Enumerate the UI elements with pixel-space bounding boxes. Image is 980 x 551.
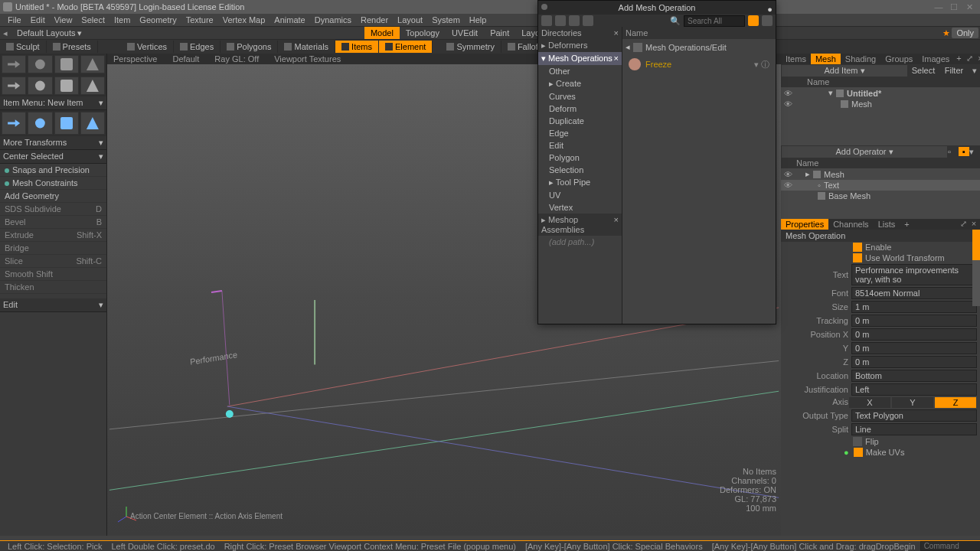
float-panel-titlebar[interactable]: Add Mesh Operation ● [538,1,776,15]
layout-tab-model[interactable]: Model [364,27,400,39]
tab-channels[interactable]: Channels [828,219,873,230]
cat-curves[interactable]: Curves [538,90,622,103]
axis-y[interactable]: Y [892,397,933,408]
vp-raygl[interactable]: Ray GL: Off [214,54,259,64]
axis-x[interactable]: X [849,397,890,408]
polygons-button[interactable]: Polygons [220,41,278,53]
props-vtab-active[interactable] [972,230,980,260]
vertices-button[interactable]: Vertices [121,41,174,53]
float-close-button[interactable]: ● [767,2,773,16]
cat-vertex[interactable]: Vertex [538,201,622,214]
directories-header[interactable]: Directories× [538,27,622,39]
close-button[interactable]: ✕ [962,2,977,12]
flip-checkbox[interactable] [853,437,862,446]
cat-edge[interactable]: Edge [538,127,622,139]
cat-toolpipe[interactable]: ▸ Tool Pipe [538,176,622,189]
search-opts-icon[interactable] [762,15,773,26]
output-type-field[interactable]: Text Polygon [851,409,977,422]
tab-properties[interactable]: Properties [781,219,828,230]
menu-view[interactable]: View [50,15,77,24]
op-smoothshift[interactable]: Smooth Shift [0,268,106,281]
tool-c[interactable] [54,77,79,95]
tool-d[interactable] [80,77,105,95]
menu-select[interactable]: Select [77,15,109,24]
op-slice[interactable]: SliceShift-C [0,255,106,268]
op-bridge[interactable]: Bridge [0,242,106,255]
nav-up-icon[interactable] [569,15,580,26]
close-panel-icon[interactable]: × [975,54,980,64]
menu-animate[interactable]: Animate [270,15,309,24]
tool-cone[interactable] [80,55,105,73]
edges-button[interactable]: Edges [174,41,220,53]
cat-edit[interactable]: Edit [538,139,622,152]
materials-button[interactable]: Materials [278,41,335,53]
menu-edit[interactable]: Edit [26,15,50,24]
nav-add-icon[interactable] [583,15,593,26]
panel-menu-icon[interactable] [541,4,547,10]
menu-help[interactable]: Help [465,15,492,24]
add-item-dropdown[interactable]: Add Item ▾ [782,65,907,77]
menu-texture[interactable]: Texture [181,15,218,24]
sculpt-button[interactable]: Sculpt [0,41,47,53]
deformers-header[interactable]: ▸ Deformers [538,39,622,52]
menu-dynamics[interactable]: Dynamics [310,15,356,24]
world-transform-checkbox[interactable] [853,253,862,262]
add-tab-icon[interactable]: + [954,54,963,64]
split-field[interactable]: Line [851,423,977,435]
layout-tab-uvedit[interactable]: UVEdit [446,27,484,39]
axis-z[interactable]: Z [935,397,976,408]
vp-perspective[interactable]: Perspective [113,54,157,64]
breadcrumb[interactable]: ◂Mesh Operations/Edit [622,39,776,55]
menu-file[interactable]: File [3,15,26,24]
select-button[interactable]: Select [908,66,939,75]
posz-field[interactable]: 0 m [851,356,977,368]
op-extrude[interactable]: ExtrudeShift-X [0,229,106,242]
funnel-icon[interactable]: ▾ [969,66,980,76]
element-button[interactable]: Element [379,41,433,53]
cat-polygon[interactable]: Polygon [538,152,622,164]
posx-field[interactable]: 0 m [851,328,977,341]
tab-groups[interactable]: Groups [880,54,917,64]
only-button[interactable]: Only [952,28,978,38]
operator-tree[interactable]: Name 👁▸Mesh 👁◦Text Base Mesh [781,158,980,219]
presets-button[interactable]: Presets [47,41,98,53]
layout-tab-paint[interactable]: Paint [484,27,515,39]
op-icon1[interactable]: ▫ [948,147,959,156]
nav-back-icon[interactable]: ◂ [0,28,11,38]
tracking-field[interactable]: 0 m [851,315,977,327]
layouts-dropdown[interactable]: Default Layouts ▾ [11,28,89,38]
cat-uv[interactable]: UV [538,189,622,201]
cat-duplicate[interactable]: Duplicate [538,115,622,127]
transform-all[interactable] [80,112,105,135]
snaps-precision-item[interactable]: Snaps and Precision [0,164,106,177]
font-field[interactable]: 8514oem Normal [851,287,977,299]
posy-field[interactable]: 0 m [851,342,977,354]
menu-item[interactable]: Item [109,15,135,24]
maximize-button[interactable]: ☐ [946,2,962,12]
more-transforms-dd[interactable]: More Transforms▾ [0,136,106,150]
cat-create[interactable]: ▸ Create [538,77,622,90]
meshop-assemblies-header[interactable]: ▸ Meshop Assemblies× [538,214,622,236]
cat-deform[interactable]: Deform [538,103,622,115]
expand-icon2[interactable]: ⤢ [959,219,968,230]
transform-move[interactable] [2,112,26,135]
mesh-constraints-item[interactable]: Mesh Constraints [0,177,106,190]
vp-textures[interactable]: Viewport Textures [274,54,341,64]
location-field[interactable]: Bottom [851,370,977,382]
op-thicken[interactable]: Thicken [0,281,106,294]
star-icon[interactable]: ★ [942,28,950,38]
props-vtab[interactable] [972,260,980,306]
cat-other[interactable]: Other [538,65,622,77]
search-go-icon[interactable] [748,15,759,26]
item-tree[interactable]: Name 👁▾Untitled* 👁Mesh [781,77,980,145]
add-geometry-item[interactable]: Add Geometry [0,190,106,203]
tool-select[interactable] [2,55,26,73]
op-icon2[interactable]: ▪ [959,147,969,156]
command-input[interactable] [920,541,980,551]
center-selected-dd[interactable]: Center Selected▾ [0,150,106,164]
tab-shading[interactable]: Shading [841,54,880,64]
items-button[interactable]: Items [335,41,379,53]
vp-default[interactable]: Default [172,54,199,64]
tab-images[interactable]: Images [917,54,954,64]
op-bevel[interactable]: BevelB [0,216,106,229]
